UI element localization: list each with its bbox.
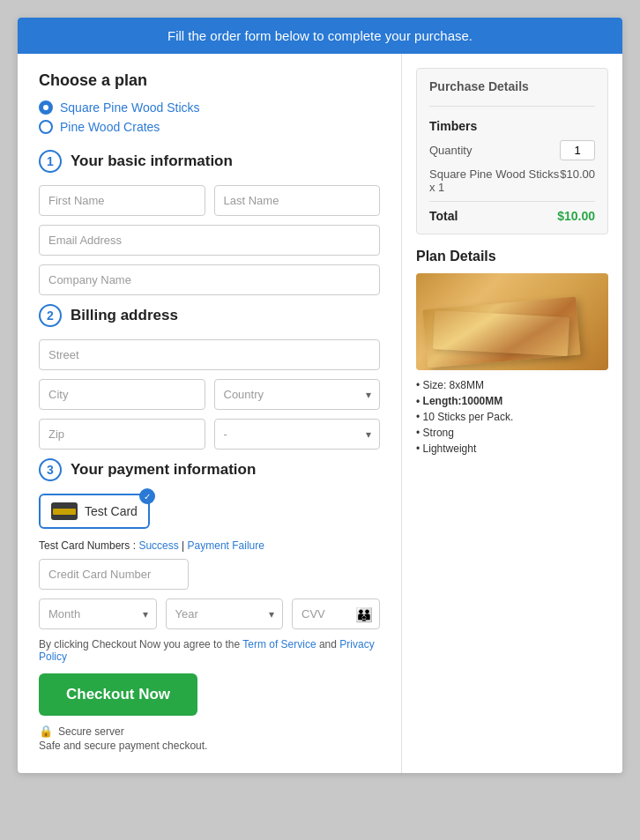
state-select[interactable]: - xyxy=(214,419,381,450)
cc-row xyxy=(39,559,380,590)
plan-detail-item: Lightweight xyxy=(416,442,608,455)
month-select[interactable]: Month xyxy=(39,598,157,629)
cvv-field: 👪 xyxy=(292,598,380,629)
lock-icon: 🔒 xyxy=(39,725,53,738)
wood-image xyxy=(416,273,608,370)
divider-1 xyxy=(429,106,595,107)
plan-detail-item: Size: 8x8MM xyxy=(416,379,608,391)
radio-selected-icon xyxy=(39,100,53,115)
first-name-input[interactable] xyxy=(39,185,205,216)
checkout-button[interactable]: Checkout Now xyxy=(39,673,197,716)
section-2-heading: Billing address xyxy=(71,307,178,324)
email-row xyxy=(39,225,380,256)
item-qty: x 1 xyxy=(429,181,559,194)
payment-method-box[interactable]: Test Card ✓ xyxy=(39,494,150,529)
top-banner: Fill the order form below to complete yo… xyxy=(18,18,622,54)
company-field xyxy=(39,264,380,295)
secure-server-text: Secure server xyxy=(58,725,124,738)
company-input[interactable] xyxy=(39,264,380,295)
test-card-success-link[interactable]: Success xyxy=(138,539,178,552)
plan-details-list: Size: 8x8MMLength:1000MM10 Sticks per Pa… xyxy=(416,379,608,455)
test-card-numbers: Test Card Numbers : Success | Payment Fa… xyxy=(39,539,380,552)
payment-method-label: Test Card xyxy=(85,504,138,518)
purchase-details-title: Purchase Details xyxy=(429,79,595,93)
section-2-header: 2 Billing address xyxy=(39,304,380,327)
street-row xyxy=(39,339,380,370)
zip-state-row: - ▾ xyxy=(39,419,380,450)
company-row xyxy=(39,264,380,295)
section-1-heading: Your basic information xyxy=(71,152,233,170)
country-select[interactable]: Country xyxy=(214,379,381,410)
quantity-row: Quantity xyxy=(429,140,595,160)
plan-label-1: Square Pine Wood Sticks xyxy=(60,100,200,115)
terms-of-service-link[interactable]: Term of Service xyxy=(242,638,316,650)
terms-and: and xyxy=(319,638,339,650)
total-amount: $10.00 xyxy=(557,209,595,223)
plan-details-title: Plan Details xyxy=(416,249,608,264)
city-input[interactable] xyxy=(39,379,205,410)
city-field xyxy=(39,379,205,410)
zip-field xyxy=(39,419,205,450)
total-label: Total xyxy=(429,209,458,223)
item-info: Square Pine Wood Sticks x 1 xyxy=(429,167,559,194)
country-field: Country ▾ xyxy=(214,379,381,410)
terms-before: By clicking Checkout Now you agree to th… xyxy=(39,638,242,650)
email-field xyxy=(39,225,380,256)
plan-label-2: Pine Wood Crates xyxy=(60,120,160,134)
terms-text: By clicking Checkout Now you agree to th… xyxy=(39,638,380,663)
quantity-label: Quantity xyxy=(429,144,472,157)
card-details-row: Month ▾ Year ▾ 👪 xyxy=(39,598,380,629)
cvv-card-icon: 👪 xyxy=(355,606,373,622)
plan-option-1[interactable]: Square Pine Wood Sticks xyxy=(39,100,380,115)
content-area: Choose a plan Square Pine Wood Sticks Pi… xyxy=(18,54,622,773)
plan-detail-item: 10 Sticks per Pack. xyxy=(416,411,608,423)
item-label: Square Pine Wood Sticks xyxy=(429,167,559,181)
section-3-header: 3 Your payment information xyxy=(39,458,380,481)
year-field: Year ▾ xyxy=(166,598,284,629)
zip-input[interactable] xyxy=(39,419,205,450)
city-country-row: Country ▾ xyxy=(39,379,380,410)
quantity-input[interactable] xyxy=(560,140,595,160)
safe-text-line: Safe and secure payment checkout. xyxy=(39,740,380,752)
purchase-details-box: Purchase Details Timbers Quantity Square… xyxy=(416,68,608,234)
street-input[interactable] xyxy=(39,339,380,370)
item-row: Square Pine Wood Sticks x 1 $10.00 xyxy=(429,167,595,202)
street-field xyxy=(39,339,380,370)
radio-unselected-icon xyxy=(39,120,53,134)
section-2-number: 2 xyxy=(39,304,62,327)
test-card-label: Test Card Numbers : xyxy=(39,539,136,552)
banner-text: Fill the order form below to complete yo… xyxy=(167,28,473,43)
right-panel: Purchase Details Timbers Quantity Square… xyxy=(402,54,622,773)
secure-server-line: 🔒 Secure server xyxy=(39,725,380,738)
cc-input[interactable] xyxy=(39,559,189,590)
plan-option-2[interactable]: Pine Wood Crates xyxy=(39,120,380,134)
plan-options: Square Pine Wood Sticks Pine Wood Crates xyxy=(39,100,380,134)
section-3-heading: Your payment information xyxy=(71,461,256,479)
section-3-number: 3 xyxy=(39,458,62,481)
test-card-failure-link[interactable]: Payment Failure xyxy=(188,539,264,552)
check-badge-icon: ✓ xyxy=(139,488,155,504)
choose-plan-title: Choose a plan xyxy=(39,71,380,90)
email-input[interactable] xyxy=(39,225,380,256)
safe-text: Safe and secure payment checkout. xyxy=(39,740,207,752)
plan-detail-item: Length:1000MM xyxy=(416,395,608,407)
secure-info: 🔒 Secure server Safe and secure payment … xyxy=(39,725,380,752)
last-name-input[interactable] xyxy=(214,185,381,216)
plan-detail-item: Strong xyxy=(416,427,608,439)
state-field: - ▾ xyxy=(214,419,381,450)
page-wrapper: Fill the order form below to complete yo… xyxy=(18,18,622,773)
section-1-header: 1 Your basic information xyxy=(39,150,380,173)
total-row: Total $10.00 xyxy=(429,209,595,223)
month-field: Month ▾ xyxy=(39,598,157,629)
section-1-number: 1 xyxy=(39,150,62,173)
name-row xyxy=(39,185,380,216)
last-name-field xyxy=(214,185,381,216)
item-price: $10.00 xyxy=(560,167,595,181)
left-panel: Choose a plan Square Pine Wood Sticks Pi… xyxy=(18,54,402,773)
first-name-field xyxy=(39,185,205,216)
card-icon xyxy=(51,502,78,520)
year-select[interactable]: Year xyxy=(166,598,284,629)
timbers-title: Timbers xyxy=(429,119,595,133)
card-stripe xyxy=(53,509,76,515)
cc-field xyxy=(39,559,380,590)
